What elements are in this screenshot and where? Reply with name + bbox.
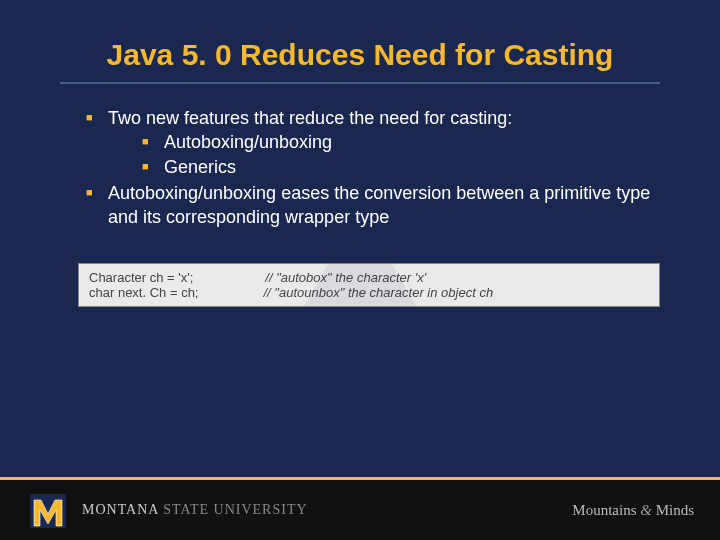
logo-m-icon bbox=[26, 488, 70, 532]
bullet-item: Two new features that reduce the need fo… bbox=[86, 106, 660, 179]
tagline-left: Mountains bbox=[572, 502, 636, 518]
tagline-right: Minds bbox=[656, 502, 694, 518]
slide-title: Java 5. 0 Reduces Need for Casting bbox=[60, 38, 660, 82]
code-line: char next. Ch = ch;// "autounbox" the ch… bbox=[89, 285, 649, 300]
sub-bullet-item: Autoboxing/unboxing bbox=[142, 130, 660, 154]
title-rule bbox=[60, 82, 660, 84]
bullet-list: Two new features that reduce the need fo… bbox=[60, 106, 660, 229]
code-example: Character ch = 'x';// "autobox" the char… bbox=[78, 263, 660, 307]
bullet-text: Autoboxing/unboxing eases the conversion… bbox=[108, 183, 650, 227]
footer: MONTANA STATE UNIVERSITY Mountains & Min… bbox=[0, 480, 720, 540]
sub-bullet-list: Autoboxing/unboxing Generics bbox=[108, 130, 660, 179]
bullet-item: Autoboxing/unboxing eases the conversion… bbox=[86, 181, 660, 230]
watermark-logo bbox=[210, 200, 510, 460]
code-code: Character ch = 'x'; bbox=[89, 270, 193, 285]
footer-tagline: Mountains & Minds bbox=[572, 502, 694, 519]
code-comment: // "autounbox" the character in object c… bbox=[263, 285, 493, 300]
bullet-text: Two new features that reduce the need fo… bbox=[108, 108, 512, 128]
tagline-amp: & bbox=[640, 502, 652, 518]
footer-logo: MONTANA STATE UNIVERSITY bbox=[26, 488, 308, 532]
slide-content: Java 5. 0 Reduces Need for Casting Two n… bbox=[0, 0, 720, 229]
university-bold: MONTANA bbox=[82, 502, 159, 517]
code-line: Character ch = 'x';// "autobox" the char… bbox=[89, 270, 649, 285]
sub-bullet-item: Generics bbox=[142, 155, 660, 179]
code-comment: // "autobox" the character 'x' bbox=[265, 270, 426, 285]
university-light: STATE UNIVERSITY bbox=[163, 502, 307, 517]
university-name: MONTANA STATE UNIVERSITY bbox=[82, 502, 308, 518]
code-code: char next. Ch = ch; bbox=[89, 285, 198, 300]
